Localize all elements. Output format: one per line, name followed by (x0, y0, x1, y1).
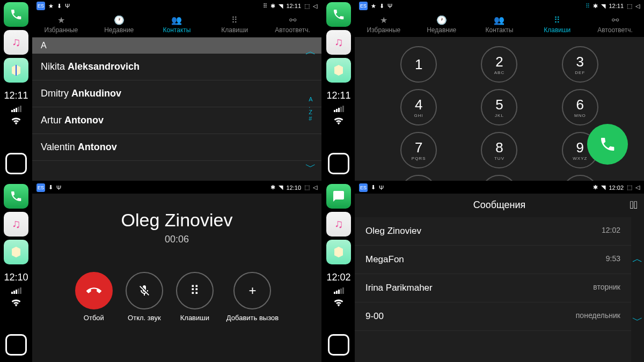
music-app-icon[interactable]: ♫ (4, 30, 28, 55)
home-button[interactable] (328, 334, 349, 356)
chevron-up-icon[interactable]: ︿ (305, 44, 316, 58)
signal-icon (11, 287, 21, 294)
dial-key-8[interactable]: 8TUV (481, 132, 517, 168)
clock-icon: 🕐 (114, 15, 125, 25)
maps-app-icon[interactable] (4, 240, 28, 264)
message-row[interactable]: 9-00понедельник (355, 302, 631, 331)
tab-keypad[interactable]: ⠿Клавиши (528, 12, 586, 37)
message-row[interactable]: MegaFon9:53 (355, 246, 631, 274)
tab-favorites[interactable]: ★Избранные (32, 12, 90, 37)
maps-app-icon[interactable] (326, 240, 351, 264)
status-time: 12:02 (609, 184, 624, 191)
dial-key-*[interactable]: * (400, 175, 437, 181)
bt-icon: ✱ (270, 3, 275, 10)
dots-icon: ⠿ (586, 3, 590, 10)
status-bar: ES⬇Ψ ✱◥12:02⬚◁ (355, 182, 644, 194)
dial-key-2[interactable]: 2ABC (481, 46, 517, 83)
phone-app-icon[interactable] (4, 184, 28, 209)
music-app-icon[interactable]: ♫ (326, 30, 351, 55)
sidebar-clock: 12:02 (326, 272, 350, 283)
phone-app-icon[interactable] (326, 2, 351, 27)
status-time: 12:11 (609, 3, 624, 9)
star-icon: ★ (48, 3, 54, 10)
dial-key-7[interactable]: 7PQRS (400, 132, 437, 168)
message-row[interactable]: Irina Parikmaherвторник (355, 274, 631, 302)
tab-voicemail[interactable]: ⚯Автоответч. (586, 12, 644, 37)
home-button[interactable] (5, 334, 27, 356)
home-button[interactable] (5, 153, 27, 174)
contact-list: A Nikita Aleksandrovich Dmitry Ankudinov… (32, 38, 321, 181)
keypad-button[interactable]: ⠿ (176, 272, 214, 309)
music-app-icon[interactable]: ♫ (4, 212, 28, 237)
status-bar: ES★⬇Ψ ⠿✱◥12:11⬚◁ (32, 0, 321, 12)
status-time: 12:10 (286, 184, 301, 191)
app-sidebar: ♫ 12:10 (0, 182, 32, 363)
wifi-icon: ◥ (601, 3, 605, 10)
back-icon[interactable]: ◁ (635, 3, 640, 10)
status-bar: ES⬇Ψ ✱◥12:10⬚◁ (32, 182, 321, 194)
es-icon: ES (359, 183, 368, 192)
phone-app-icon[interactable] (4, 2, 28, 27)
dial-key-5[interactable]: 5JKL (481, 89, 517, 125)
dial-key-0[interactable]: 0+ (481, 175, 517, 181)
signal-icon (11, 106, 21, 112)
call-actions: Отбой Откл. звук ⠿Клавиши +Добавить вызо… (75, 272, 279, 322)
back-icon[interactable]: ◁ (313, 3, 317, 10)
tab-recent[interactable]: 🕐Недавние (413, 12, 471, 37)
status-bar: ES★⬇Ψ ⠿✱◥12:11⬚◁ (355, 0, 644, 12)
tab-keypad[interactable]: ⠿Клавиши (206, 12, 264, 37)
main-area: ES⬇Ψ ✱◥12:10⬚◁ Oleg Zinoviev 00:06 Отбой… (32, 182, 321, 363)
sidebar-clock: 12:10 (4, 272, 28, 283)
star-icon: ★ (380, 15, 387, 25)
message-row[interactable]: Oleg Zinoviev12:02 (355, 217, 631, 246)
chevron-up-icon: ︿ (632, 252, 643, 266)
tab-recent[interactable]: 🕐Недавние (90, 12, 148, 37)
home-button[interactable] (328, 153, 349, 174)
dial-key-4[interactable]: 4GHI (400, 89, 437, 125)
sidebar-clock: 12:11 (326, 90, 350, 101)
screen-keypad: ♫ 12:11 ES★⬇Ψ ⠿✱◥12:11⬚◁ ★Избранные 🕐Нед… (323, 0, 644, 181)
battery-icon: ⬚ (304, 184, 310, 191)
tab-voicemail[interactable]: ⚯Автоответч. (264, 12, 321, 37)
dial-key-1[interactable]: 1 (400, 46, 437, 83)
dial-key-6[interactable]: 6MNO (562, 89, 598, 125)
tab-favorites[interactable]: ★Избранные (355, 12, 413, 37)
tab-contacts[interactable]: 👥Контакты (148, 12, 206, 37)
usb-icon: ⬇ (48, 184, 53, 191)
mute-button[interactable] (126, 272, 163, 309)
messages-app-icon[interactable] (326, 184, 351, 209)
section-letter: A (32, 38, 321, 54)
dial-key-3[interactable]: 3DEF (562, 46, 598, 83)
alpha-index[interactable]: ︿ A.Z# ﹀ (304, 38, 317, 181)
contact-row[interactable]: Nikita Aleksandrovich (32, 54, 321, 80)
screen-incall: ♫ 12:10 ES⬇Ψ ✱◥12:10⬚◁ Oleg Zinoviev 00:… (0, 182, 321, 363)
tab-contacts[interactable]: 👥Контакты (471, 12, 529, 37)
add-call-button[interactable]: + (233, 272, 271, 309)
dial-key-#[interactable]: # (562, 175, 598, 181)
contact-row[interactable]: Dmitry Ankudinov (32, 80, 321, 107)
star-icon: ★ (371, 3, 376, 10)
contact-row[interactable]: Valentin Antonov (32, 134, 321, 161)
main-area: ES★⬇Ψ ⠿✱◥12:11⬚◁ ★Избранные 🕐Недавние 👥К… (32, 0, 321, 181)
compose-icon[interactable]: ✎⃞ (630, 199, 638, 211)
wifi-icon: ◥ (601, 184, 605, 191)
wifi-icon (11, 298, 21, 309)
back-icon[interactable]: ◁ (635, 184, 640, 191)
bt-icon: ✱ (270, 184, 275, 191)
back-icon[interactable]: ◁ (313, 184, 317, 191)
usb-icon: ⬇ (379, 3, 384, 10)
end-call-button[interactable] (75, 272, 113, 309)
wifi-icon: ◥ (279, 3, 283, 10)
bt-icon: ✱ (593, 184, 598, 191)
call-button[interactable] (587, 124, 628, 165)
chevron-down-icon[interactable]: ﹀ (305, 160, 316, 174)
scroll-index[interactable]: ︿﹀ (631, 217, 644, 363)
call-duration: 00:06 (165, 234, 189, 245)
music-app-icon[interactable]: ♫ (326, 212, 351, 237)
maps-app-icon[interactable] (4, 58, 28, 83)
maps-app-icon[interactable] (326, 58, 351, 83)
usb-icon: ⬇ (57, 3, 62, 10)
contact-row[interactable]: Artur Antonov (32, 107, 321, 134)
es-icon: ES (36, 183, 45, 192)
keypad-icon: ⠿ (231, 15, 238, 25)
